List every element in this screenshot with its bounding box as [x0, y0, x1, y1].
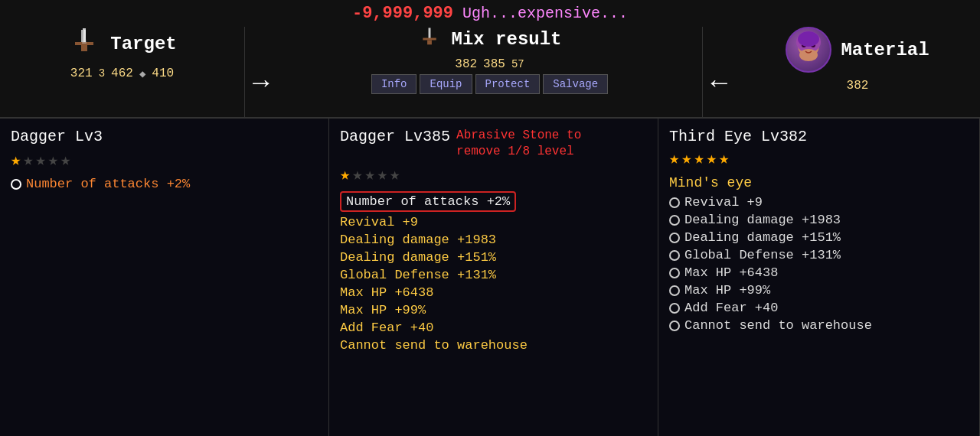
dagger-icon — [67, 27, 101, 60]
middle-panel-stars: ★ ★ ★ ★ ★ — [340, 164, 647, 185]
equip-button[interactable]: Equip — [420, 74, 472, 94]
prop-text: Dealing damage +1983 — [684, 213, 841, 227]
star-4: ★ — [377, 164, 387, 185]
svg-rect-6 — [429, 28, 431, 39]
prop-text: Global Defense +131% — [340, 268, 496, 282]
list-item: Max HP +99% — [669, 283, 969, 298]
list-item: Add Fear +40 — [340, 320, 647, 335]
cost-subtitle: Ugh...expensive... — [462, 5, 628, 22]
star-5: ★ — [719, 148, 729, 169]
prop-text: Dealing damage +151% — [340, 250, 496, 265]
prop-circle-icon — [669, 285, 680, 296]
svg-rect-8 — [428, 40, 433, 44]
middle-panel: Dagger Lv385 Abrasive Stone to remove 1/… — [329, 119, 658, 436]
target-stat-diamond: ◆ — [139, 67, 145, 80]
prop-circle-icon — [669, 320, 680, 331]
left-panel-title: Dagger Lv3 — [11, 128, 318, 145]
prop-text: Revival +9 — [684, 195, 763, 210]
prop-text: Cannot send to warehouse — [684, 318, 872, 333]
info-button[interactable]: Info — [371, 74, 417, 94]
target-stat2: 3 — [99, 67, 105, 80]
left-panel-properties: Number of attacks +2% — [11, 177, 318, 191]
list-item: Revival +9 — [669, 195, 969, 210]
main-content: Dagger Lv3 ★ ★ ★ ★ ★ Number of attacks +… — [0, 119, 980, 436]
mix-label: Mix result — [451, 29, 561, 50]
svg-rect-7 — [423, 38, 436, 41]
target-stat3: 462 — [111, 67, 133, 80]
prop-text: Add Fear +40 — [684, 301, 778, 315]
star-5: ★ — [60, 150, 70, 171]
star-1: ★ — [340, 164, 350, 185]
list-item: Add Fear +40 — [669, 301, 969, 315]
star-4: ★ — [707, 148, 717, 169]
list-item: Dealing damage +151% — [669, 230, 969, 245]
target-stat1: 321 — [70, 67, 93, 80]
prop-text: Max HP +99% — [340, 303, 426, 317]
cost-value: -9,999,999 — [352, 4, 453, 23]
target-stat4: 410 — [152, 67, 174, 80]
abrasive-text-1: Abrasive Stone to remove 1/8 level — [456, 128, 581, 160]
list-item: Max HP +6438 — [340, 285, 647, 300]
star-2: ★ — [681, 148, 691, 169]
material-header: Material — [786, 27, 929, 73]
list-item: Dealing damage +1983 — [669, 213, 969, 227]
star-3: ★ — [36, 150, 46, 171]
mix-section: Mix result 382 385 57 Info Equip Protect… — [277, 27, 704, 117]
target-label: Target — [110, 34, 176, 54]
list-item: Dealing damage +1983 — [340, 233, 647, 247]
target-stats: 321 3 462 ◆ 410 — [70, 67, 174, 80]
right-panel-title: Third Eye Lv382 — [669, 128, 969, 145]
star-5: ★ — [390, 164, 400, 185]
mix-stat3: 57 — [511, 58, 524, 70]
mix-dagger-icon — [417, 27, 442, 51]
prop-text: Dealing damage +1983 — [340, 233, 496, 247]
arrow-left-icon: ← — [710, 68, 727, 99]
cost-area: -9,999,999 Ugh...expensive... — [352, 4, 628, 23]
prop-text: Add Fear +40 — [340, 320, 433, 335]
middle-panel-header: Dagger Lv385 Abrasive Stone to remove 1/… — [340, 128, 647, 160]
list-item: Max HP +6438 — [669, 265, 969, 280]
right-panel-stars: ★ ★ ★ ★ ★ — [669, 148, 969, 169]
character-portrait — [786, 27, 831, 73]
list-item: Revival +9 — [340, 215, 647, 229]
list-item: Global Defense +131% — [340, 268, 647, 282]
prop-text: Max HP +99% — [684, 283, 770, 298]
mix-stat2: 385 — [483, 57, 505, 71]
prop-circle-icon — [11, 179, 21, 190]
svg-point-11 — [799, 49, 818, 61]
arrow-left-container: ← — [703, 27, 735, 117]
list-item: Max HP +99% — [340, 303, 647, 317]
prop-text: Global Defense +131% — [684, 248, 841, 262]
left-panel-stars: ★ ★ ★ ★ ★ — [11, 150, 318, 171]
salvage-button[interactable]: Salvage — [543, 74, 608, 94]
list-item: Global Defense +131% — [669, 248, 969, 262]
list-item: Cannot send to warehouse — [340, 338, 647, 353]
mix-stats: 382 385 57 — [455, 57, 524, 71]
svg-rect-4 — [81, 45, 87, 51]
material-stat1: 382 — [847, 79, 869, 93]
protect-button[interactable]: Protect — [475, 74, 541, 94]
right-panel: Third Eye Lv382 ★ ★ ★ ★ ★ Mind's eye Rev… — [658, 119, 980, 436]
prop-circle-icon — [669, 250, 680, 261]
list-item: Cannot send to warehouse — [669, 318, 969, 333]
prop-text: Revival +9 — [340, 215, 418, 229]
right-panel-subtitle: Mind's eye — [669, 175, 969, 190]
star-2: ★ — [23, 150, 33, 171]
material-stats: 382 — [847, 79, 869, 93]
middle-panel-title: Dagger Lv385 — [340, 128, 450, 145]
material-label: Material — [841, 40, 929, 60]
list-item: Number of attacks +2% — [11, 177, 318, 191]
star-4: ★ — [48, 150, 58, 171]
star-3: ★ — [365, 164, 375, 185]
middle-panel-properties: Number of attacks +2% Revival +9 Dealing… — [340, 191, 647, 353]
list-item: Dealing damage +151% — [340, 250, 647, 265]
prop-text: Max HP +6438 — [684, 265, 778, 280]
arrow-right-container: → — [245, 27, 277, 117]
right-panel-properties: Revival +9 Dealing damage +1983 Dealing … — [669, 195, 969, 333]
prop-circle-icon — [669, 233, 680, 243]
list-item: Number of attacks +2% — [340, 191, 647, 212]
prop-circle-icon — [669, 197, 680, 208]
prop-circle-icon — [669, 303, 680, 314]
svg-point-14 — [798, 31, 819, 47]
prop-text: Max HP +6438 — [340, 285, 433, 300]
